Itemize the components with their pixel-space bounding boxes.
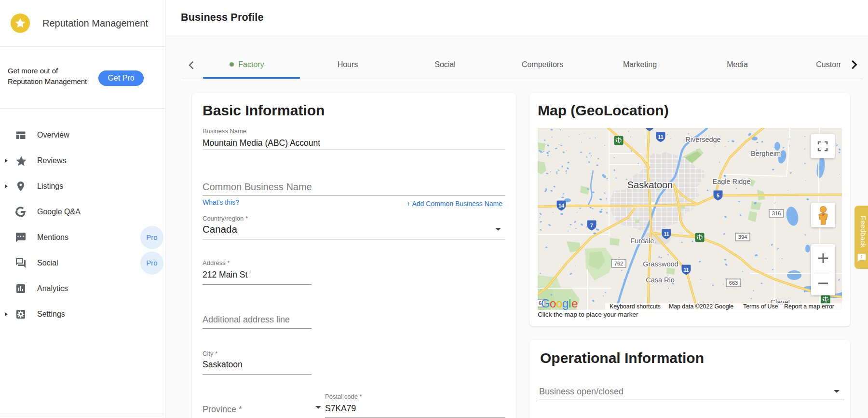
- svg-text:7: 7: [590, 223, 593, 228]
- svg-text:Riversedge: Riversedge: [685, 136, 720, 143]
- svg-text:o: o: [556, 297, 562, 310]
- svg-text:16: 16: [697, 235, 703, 240]
- svg-text:l: l: [569, 297, 571, 310]
- svg-text:762: 762: [614, 261, 623, 266]
- svg-text:316: 316: [772, 210, 781, 216]
- svg-text:5: 5: [717, 193, 719, 198]
- svg-text:11: 11: [658, 134, 663, 140]
- svg-text:o: o: [550, 297, 556, 310]
- svg-text:11: 11: [683, 267, 689, 273]
- svg-text:Report a map error: Report a map error: [784, 303, 834, 310]
- svg-text:e: e: [571, 297, 578, 310]
- svg-text:Grasswood: Grasswood: [643, 260, 678, 268]
- svg-text:Furdale: Furdale: [630, 237, 654, 245]
- svg-text:Bergheim: Bergheim: [751, 150, 781, 157]
- svg-text:Keyboard shortcuts: Keyboard shortcuts: [610, 303, 661, 310]
- svg-text:16: 16: [823, 297, 828, 303]
- svg-text:12: 12: [647, 128, 652, 129]
- svg-text:16: 16: [616, 138, 622, 143]
- svg-text:11: 11: [664, 231, 669, 237]
- svg-text:Terms of Use: Terms of Use: [743, 303, 778, 310]
- svg-text:14: 14: [558, 203, 564, 209]
- svg-text:663: 663: [729, 280, 738, 286]
- svg-text:394: 394: [738, 234, 747, 240]
- svg-text:Saskatoon: Saskatoon: [627, 180, 673, 190]
- svg-text:g: g: [562, 297, 569, 310]
- svg-text:Eagle Ridge: Eagle Ridge: [713, 178, 751, 185]
- svg-text:Map data ©2022 Google: Map data ©2022 Google: [669, 303, 733, 310]
- svg-text:G: G: [541, 297, 550, 310]
- svg-text:Casa Rio: Casa Rio: [646, 276, 675, 284]
